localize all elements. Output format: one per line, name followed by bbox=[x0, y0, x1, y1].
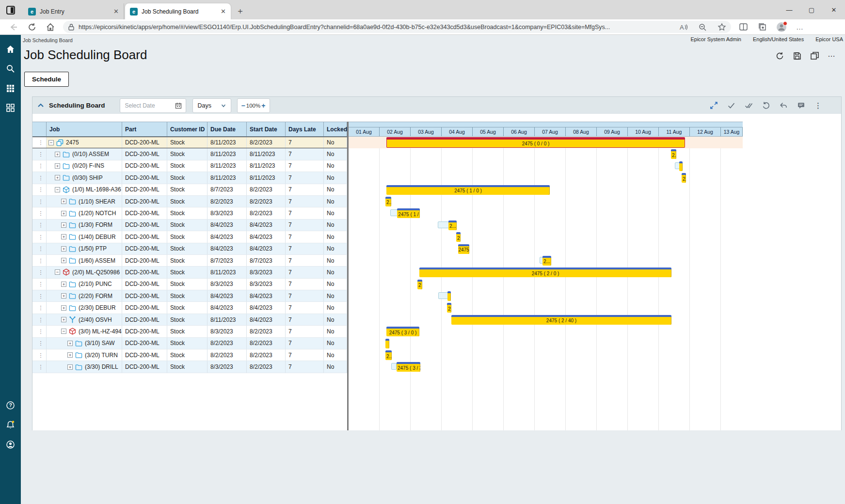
header-cell-start-date[interactable]: Start Date bbox=[247, 122, 286, 136]
days-late-cell[interactable]: 7 bbox=[286, 338, 324, 349]
row-menu-cell[interactable]: ⋮ bbox=[32, 231, 47, 242]
start-date-cell[interactable]: 8/4/2023 bbox=[247, 314, 286, 325]
part-cell[interactable]: DCD-200-ML bbox=[122, 220, 167, 231]
customer-id-cell[interactable]: Stock bbox=[167, 160, 207, 172]
days-late-cell[interactable]: 7 bbox=[286, 137, 324, 148]
start-date-cell[interactable]: 8/2/2023 bbox=[247, 207, 286, 219]
locked-cell[interactable]: No bbox=[324, 184, 347, 195]
zoom-out-button[interactable]: − bbox=[241, 102, 245, 110]
row-menu-icon[interactable]: ⋮ bbox=[38, 140, 44, 145]
locked-cell[interactable]: No bbox=[324, 338, 347, 349]
days-late-cell[interactable]: 7 bbox=[286, 160, 324, 172]
job-cell[interactable]: −(2/0) ML-Q250986 bbox=[47, 267, 122, 278]
sidebar-apps-grid-icon[interactable] bbox=[6, 84, 15, 93]
locked-cell[interactable]: No bbox=[324, 290, 347, 301]
split-screen-icon[interactable] bbox=[739, 22, 748, 32]
customer-id-cell[interactable]: Stock bbox=[167, 349, 207, 361]
locked-cell[interactable]: No bbox=[324, 255, 347, 266]
due-date-cell[interactable]: 8/7/2023 bbox=[207, 255, 247, 266]
part-cell[interactable]: DCD-200-ML bbox=[122, 361, 167, 372]
gantt-bar[interactable]: 2... bbox=[385, 197, 391, 206]
expand-node-icon[interactable]: + bbox=[55, 175, 60, 180]
row-menu-cell[interactable]: ⋮ bbox=[32, 314, 47, 325]
part-cell[interactable]: DCD-200-ML bbox=[122, 302, 167, 313]
start-date-cell[interactable]: 8/4/2023 bbox=[247, 243, 286, 254]
start-date-cell[interactable]: 8/7/2023 bbox=[247, 255, 286, 266]
comments-button[interactable] bbox=[797, 101, 805, 110]
gantt-bar[interactable]: 2475 ( 0 / 0 ) bbox=[386, 137, 685, 148]
schedule-button[interactable]: Schedule bbox=[24, 72, 69, 87]
due-date-cell[interactable]: 8/2/2023 bbox=[207, 338, 247, 349]
due-date-cell[interactable]: 8/4/2023 bbox=[207, 243, 247, 254]
part-cell[interactable]: DCD-200-ML bbox=[122, 137, 167, 148]
expand-node-icon[interactable]: + bbox=[61, 222, 66, 228]
lock-icon[interactable] bbox=[68, 23, 75, 31]
header-cell-job[interactable]: Job bbox=[47, 122, 122, 136]
row-menu-icon[interactable]: ⋮ bbox=[38, 282, 44, 286]
tab-close-icon[interactable]: ✕ bbox=[113, 8, 119, 15]
overflow-menu-button[interactable]: … bbox=[828, 51, 835, 61]
due-date-cell[interactable]: 8/11/2023 bbox=[207, 148, 247, 159]
customer-id-cell[interactable]: Stock bbox=[167, 290, 207, 301]
due-date-cell[interactable]: 8/11/2023 bbox=[207, 172, 247, 183]
part-cell[interactable]: DCD-200-ML bbox=[122, 267, 167, 278]
start-date-cell[interactable]: 8/11/2023 bbox=[247, 160, 286, 172]
part-cell[interactable]: DCD-200-ML bbox=[122, 196, 167, 207]
expand-node-icon[interactable]: + bbox=[61, 282, 66, 287]
expand-node-icon[interactable]: + bbox=[61, 317, 66, 322]
job-cell[interactable]: −(3/0) ML-HZ-4942 bbox=[47, 326, 122, 337]
job-cell[interactable]: +(0/20) F-INS bbox=[47, 160, 122, 172]
start-date-cell[interactable]: 8/2/2023 bbox=[247, 349, 286, 361]
header-cell-part[interactable]: Part bbox=[122, 122, 167, 136]
gantt-bar[interactable]: 2475 ( 3 / 30 bbox=[397, 362, 420, 372]
refresh-page-button[interactable] bbox=[775, 51, 784, 61]
row-menu-icon[interactable]: ⋮ bbox=[38, 364, 44, 369]
due-date-cell[interactable]: 8/3/2023 bbox=[207, 207, 247, 219]
days-late-cell[interactable]: 7 bbox=[286, 279, 324, 290]
gantt-bar[interactable]: 2475 ( 1 / bbox=[397, 208, 420, 218]
due-date-cell[interactable]: 8/4/2023 bbox=[207, 290, 247, 301]
due-date-cell[interactable]: 8/11/2023 bbox=[207, 314, 247, 325]
customer-id-cell[interactable]: Stock bbox=[167, 255, 207, 266]
select-date-input[interactable] bbox=[124, 102, 175, 110]
table-row[interactable]: ⋮+(0/10) ASSEMDCD-200-MLStock8/11/20238/… bbox=[32, 148, 347, 160]
gantt-bar[interactable]: 2... bbox=[542, 256, 551, 266]
customer-id-cell[interactable]: Stock bbox=[167, 172, 207, 183]
sidebar-search-icon[interactable] bbox=[6, 64, 15, 73]
row-menu-cell[interactable]: ⋮ bbox=[32, 172, 47, 183]
row-menu-cell[interactable]: ⋮ bbox=[32, 290, 47, 301]
gantt-bar[interactable]: 2 bbox=[417, 280, 422, 289]
due-date-cell[interactable]: 8/3/2023 bbox=[207, 326, 247, 337]
part-cell[interactable]: DCD-200-ML bbox=[122, 184, 167, 195]
job-cell[interactable]: +(1/60) ASSEM bbox=[47, 255, 122, 266]
days-late-cell[interactable]: 7 bbox=[286, 326, 324, 337]
row-menu-icon[interactable]: ⋮ bbox=[38, 353, 44, 358]
gantt-bar[interactable]: 2475 bbox=[458, 244, 469, 254]
header-cell-customer-id[interactable]: Customer ID bbox=[167, 122, 207, 136]
table-row[interactable]: ⋮+(1/30) FORMDCD-200-MLStock8/4/20238/4/… bbox=[32, 220, 347, 231]
expand-node-icon[interactable]: + bbox=[61, 246, 66, 252]
collapse-node-icon[interactable]: − bbox=[55, 269, 60, 275]
breadcrumb[interactable]: Job Scheduling Board bbox=[23, 37, 73, 43]
locked-cell[interactable]: No bbox=[324, 349, 347, 361]
customer-id-cell[interactable]: Stock bbox=[167, 196, 207, 207]
days-late-cell[interactable]: 7 bbox=[286, 207, 324, 219]
row-menu-cell[interactable]: ⋮ bbox=[32, 338, 47, 349]
row-menu-icon[interactable]: ⋮ bbox=[38, 199, 44, 204]
part-cell[interactable]: DCD-200-ML bbox=[122, 172, 167, 183]
row-menu-icon[interactable]: ⋮ bbox=[38, 305, 44, 310]
row-menu-cell[interactable]: ⋮ bbox=[32, 302, 47, 313]
table-row[interactable]: ⋮+(3/30) DRILLDCD-200-MLStock8/3/20238/2… bbox=[32, 361, 347, 373]
due-date-cell[interactable]: 8/4/2023 bbox=[207, 302, 247, 313]
locked-cell[interactable]: No bbox=[324, 231, 347, 242]
expand-node-icon[interactable]: + bbox=[61, 258, 66, 263]
start-date-cell[interactable]: 8/2/2023 bbox=[247, 184, 286, 195]
open-windows-button[interactable] bbox=[810, 51, 819, 61]
customer-id-cell[interactable]: Stock bbox=[167, 184, 207, 195]
customer-id-cell[interactable]: Stock bbox=[167, 267, 207, 278]
customer-id-cell[interactable]: Stock bbox=[167, 314, 207, 325]
days-late-cell[interactable]: 7 bbox=[286, 349, 324, 361]
part-cell[interactable]: DCD-200-ML bbox=[122, 349, 167, 361]
collapse-node-icon[interactable]: − bbox=[61, 329, 66, 334]
days-late-cell[interactable]: 7 bbox=[286, 302, 324, 313]
